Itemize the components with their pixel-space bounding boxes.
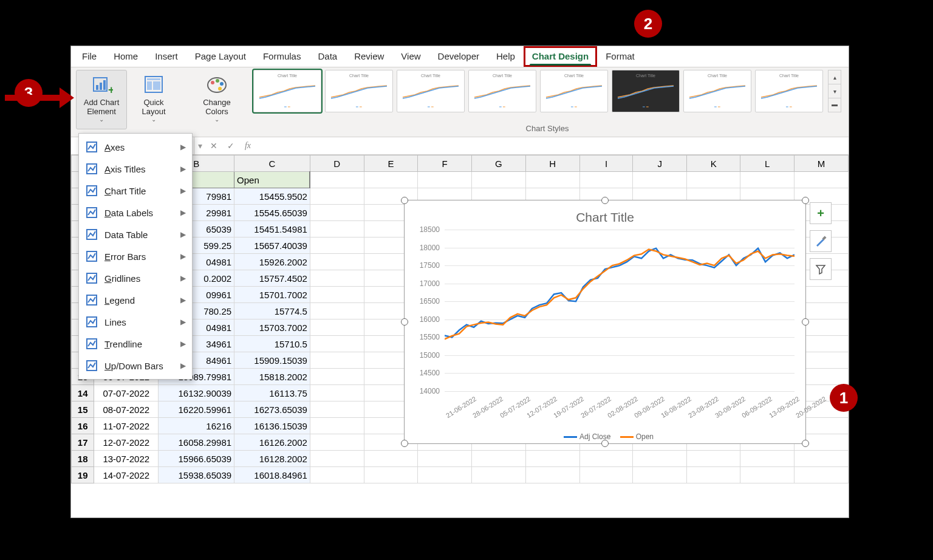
tab-review[interactable]: Review xyxy=(346,46,392,67)
cell-date[interactable]: 14-07-2022 xyxy=(94,467,159,483)
menu-trendline[interactable]: Trendline▶ xyxy=(79,333,192,355)
cell-open[interactable]: 16113.75 xyxy=(234,385,310,401)
cell-open[interactable]: 15909.15039 xyxy=(234,352,310,369)
cell-open[interactable]: 15545.65039 xyxy=(234,205,310,221)
cell-adjclose[interactable]: 16058.29981 xyxy=(159,434,234,451)
col-header-M[interactable]: M xyxy=(794,155,848,172)
tab-chart-design[interactable]: Chart Design xyxy=(524,46,597,67)
cell-open[interactable]: 15757.4502 xyxy=(234,270,310,287)
menu-legend[interactable]: Legend▶ xyxy=(79,289,192,311)
chart-resize-handle[interactable] xyxy=(401,318,408,326)
cell-date[interactable]: 07-07-2022 xyxy=(94,385,159,401)
tab-insert[interactable]: Insert xyxy=(146,46,186,67)
tab-formulas[interactable]: Formulas xyxy=(255,46,310,67)
chart-styles-button[interactable] xyxy=(810,230,832,252)
chart-style-2[interactable]: Chart Title━ ━ xyxy=(325,70,393,112)
chart-resize-handle[interactable] xyxy=(802,440,809,447)
chart-style-4[interactable]: Chart Title━ ━ xyxy=(468,70,536,112)
menu-gridlines[interactable]: Gridlines▶ xyxy=(79,267,192,289)
cell-open[interactable]: 16126.2002 xyxy=(234,434,310,451)
menu-data-table[interactable]: Data Table▶ xyxy=(79,224,192,245)
tab-home[interactable]: Home xyxy=(105,46,146,67)
tab-data[interactable]: Data xyxy=(309,46,346,67)
chart-elements-button[interactable]: + xyxy=(810,202,832,224)
cell-open[interactable]: 15926.2002 xyxy=(234,254,310,270)
col-header-L[interactable]: L xyxy=(740,155,794,172)
cell-date[interactable]: 13-07-2022 xyxy=(94,451,159,467)
tab-file[interactable]: File xyxy=(73,46,105,67)
chart-filter-button[interactable] xyxy=(810,258,832,280)
add-chart-element-button[interactable]: + Add Chart Element ⌄ xyxy=(76,70,127,129)
change-colors-button[interactable]: Change Colors ⌄ xyxy=(191,70,242,129)
menu-lines[interactable]: Lines▶ xyxy=(79,311,192,333)
tab-developer[interactable]: Developer xyxy=(429,46,488,67)
menu-axis-titles[interactable]: Axis Titles▶ xyxy=(79,158,192,180)
menu-error-bars[interactable]: Error Bars▶ xyxy=(79,245,192,267)
cancel-formula-icon[interactable]: ✕ xyxy=(205,141,222,151)
cell-open[interactable]: 16273.65039 xyxy=(234,401,310,418)
accept-formula-icon[interactable]: ✓ xyxy=(222,141,239,151)
quick-layout-button[interactable]: Quick Layout ⌄ xyxy=(128,70,179,129)
menu-chart-title[interactable]: Chart Title▶ xyxy=(79,180,192,202)
chart-style-7[interactable]: Chart Title━ ━ xyxy=(683,70,751,112)
cell-open[interactable]: 15774.5 xyxy=(234,303,310,319)
cell-open[interactable]: 16018.84961 xyxy=(234,467,310,483)
chart-resize-handle[interactable] xyxy=(802,197,809,204)
chart-title-text[interactable]: Chart Title xyxy=(405,210,805,225)
cell-open[interactable]: 15455.9502 xyxy=(234,188,310,205)
namebox-dropdown-icon[interactable]: ▾ xyxy=(194,141,205,151)
tab-view[interactable]: View xyxy=(392,46,429,67)
col-header-G[interactable]: G xyxy=(471,155,525,172)
row-header[interactable]: 14 xyxy=(72,385,94,401)
cell-open[interactable]: 15657.40039 xyxy=(234,237,310,254)
menu-updown[interactable]: Up/Down Bars▶ xyxy=(79,355,192,377)
cell-open[interactable]: 16136.15039 xyxy=(234,418,310,434)
chart-style-1[interactable]: Chart Title━ ━ xyxy=(253,70,321,112)
cell-open[interactable]: 16128.2002 xyxy=(234,451,310,467)
cell-open[interactable]: 15451.54981 xyxy=(234,221,310,237)
chart-style-8[interactable]: Chart Title━ ━ xyxy=(755,70,823,112)
cell-date[interactable]: 12-07-2022 xyxy=(94,434,159,451)
col-header-J[interactable]: J xyxy=(633,155,686,172)
col-header-I[interactable]: I xyxy=(579,155,633,172)
chart-resize-handle[interactable] xyxy=(802,318,809,326)
col-header-D[interactable]: D xyxy=(310,155,364,172)
embedded-chart[interactable]: Chart Title 1400014500150001550016000165… xyxy=(404,200,806,444)
tab-format[interactable]: Format xyxy=(597,46,643,67)
cell-open[interactable]: 15818.2002 xyxy=(234,369,310,385)
cell-adjclose[interactable]: 16220.59961 xyxy=(159,401,234,418)
col-header-H[interactable]: H xyxy=(525,155,579,172)
chart-style-6[interactable]: Chart Title━ ━ xyxy=(612,70,680,112)
cell-adjclose[interactable]: 16216 xyxy=(159,418,234,434)
cell-open[interactable]: 15703.7002 xyxy=(234,319,310,336)
row-header[interactable]: 15 xyxy=(72,401,94,418)
header-open[interactable]: Open xyxy=(234,172,310,188)
style-scroll-1[interactable]: ▾ xyxy=(829,84,841,98)
chart-resize-handle[interactable] xyxy=(401,197,408,204)
cell-date[interactable]: 08-07-2022 xyxy=(94,401,159,418)
chart-style-3[interactable]: Chart Title━ ━ xyxy=(397,70,465,112)
chart-plot-area[interactable] xyxy=(445,230,795,391)
col-header-C[interactable]: C xyxy=(234,155,310,172)
series-open[interactable] xyxy=(445,250,795,340)
cell-date[interactable]: 11-07-2022 xyxy=(94,418,159,434)
row-header[interactable]: 17 xyxy=(72,434,94,451)
chart-resize-handle[interactable] xyxy=(601,440,609,447)
chart-resize-handle[interactable] xyxy=(601,197,609,204)
row-header[interactable]: 16 xyxy=(72,418,94,434)
menu-data-labels[interactable]: Data Labels▶ xyxy=(79,202,192,224)
cell-open[interactable]: 15701.7002 xyxy=(234,287,310,303)
fx-icon[interactable]: fx xyxy=(239,141,256,151)
col-header-E[interactable]: E xyxy=(364,155,418,172)
style-scroll-2[interactable] xyxy=(829,98,841,112)
row-header[interactable]: 18 xyxy=(72,451,94,467)
col-header-K[interactable]: K xyxy=(686,155,740,172)
cell-adjclose[interactable]: 16132.90039 xyxy=(159,385,234,401)
style-scroll-0[interactable]: ▴ xyxy=(829,70,841,84)
tab-help[interactable]: Help xyxy=(488,46,524,67)
chart-resize-handle[interactable] xyxy=(401,440,408,447)
cell-adjclose[interactable]: 15966.65039 xyxy=(159,451,234,467)
tab-page-layout[interactable]: Page Layout xyxy=(186,46,255,67)
row-header[interactable]: 19 xyxy=(72,467,94,483)
menu-axes[interactable]: Axes▶ xyxy=(79,136,192,158)
